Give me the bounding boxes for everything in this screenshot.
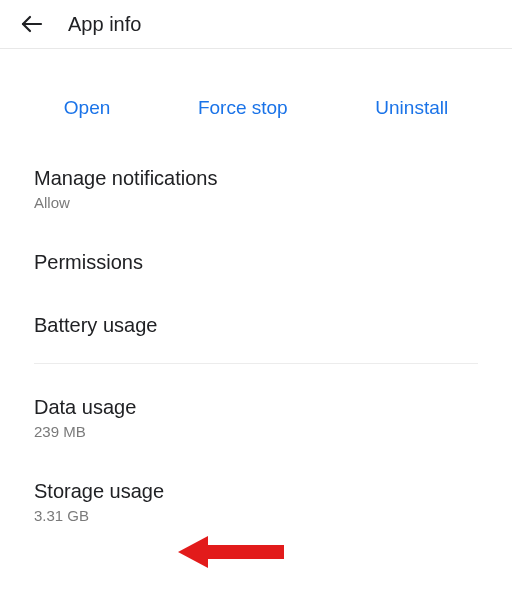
item-title: Battery usage [34, 314, 478, 337]
settings-list: Manage notifications Allow Permissions B… [0, 147, 512, 544]
storage-usage-item[interactable]: Storage usage 3.31 GB [34, 460, 478, 544]
item-title: Manage notifications [34, 167, 478, 190]
force-stop-button[interactable]: Force stop [198, 97, 288, 119]
battery-usage-item[interactable]: Battery usage [34, 294, 478, 357]
divider [34, 363, 478, 364]
item-title: Data usage [34, 396, 478, 419]
item-subtitle: 3.31 GB [34, 507, 478, 524]
item-subtitle: 239 MB [34, 423, 478, 440]
permissions-item[interactable]: Permissions [34, 231, 478, 294]
open-button[interactable]: Open [64, 97, 110, 119]
item-title: Storage usage [34, 480, 478, 503]
app-bar: App info [0, 0, 512, 49]
page-title: App info [68, 13, 141, 36]
action-row: Open Force stop Uninstall [0, 49, 512, 147]
back-arrow-icon[interactable] [20, 12, 44, 36]
item-subtitle: Allow [34, 194, 478, 211]
item-title: Permissions [34, 251, 478, 274]
data-usage-item[interactable]: Data usage 239 MB [34, 376, 478, 460]
manage-notifications-item[interactable]: Manage notifications Allow [34, 147, 478, 231]
uninstall-button[interactable]: Uninstall [375, 97, 448, 119]
